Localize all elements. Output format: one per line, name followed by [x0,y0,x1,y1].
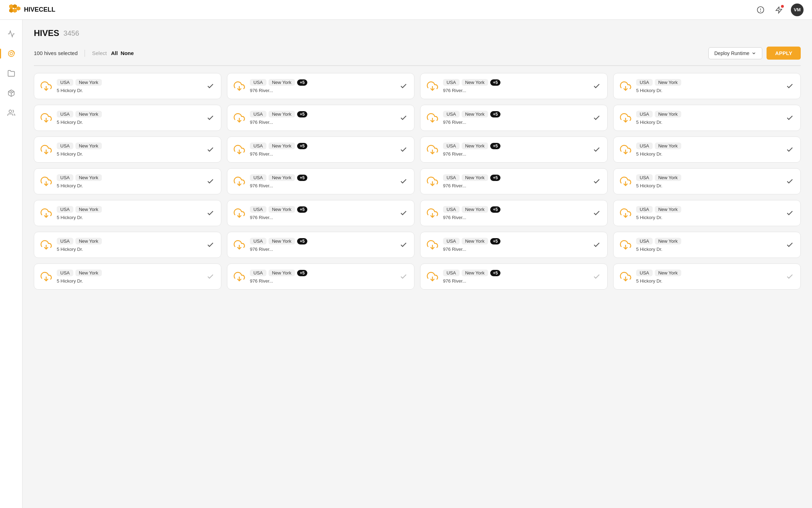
hive-card[interactable]: USANew York5 Hickory Dr. [613,73,801,99]
hive-check[interactable] [785,272,795,282]
hive-card[interactable]: USANew York5 Hickory Dr. [613,200,801,226]
hive-card-info: USANew York+5976 River... [250,79,394,93]
hive-address: 976 River... [443,151,588,157]
hive-check[interactable] [205,145,215,155]
hive-card-info: USANew York5 Hickory Dr. [636,79,781,93]
hive-check[interactable] [205,81,215,91]
hive-card[interactable]: USANew York+5976 River... [227,137,414,163]
hive-card[interactable]: USANew York5 Hickory Dr. [613,137,801,163]
country-tag: USA [636,238,653,244]
hive-card[interactable]: USANew York5 Hickory Dr. [34,105,221,131]
hive-check[interactable] [592,113,602,123]
hive-check[interactable] [785,81,795,91]
hive-card[interactable]: USANew York+5976 River... [227,200,414,226]
hive-card[interactable]: USANew York5 Hickory Dr. [613,105,801,131]
sidebar-item-files[interactable] [3,65,20,82]
country-tag: USA [443,270,460,276]
hive-card[interactable]: USANew York5 Hickory Dr. [613,168,801,194]
hive-card[interactable]: USANew York5 Hickory Dr. [613,232,801,258]
svg-point-8 [761,11,761,11]
hive-card-info: USANew York+5976 River... [250,143,394,157]
hive-card[interactable]: USANew York5 Hickory Dr. [34,264,221,290]
hive-address: 976 River... [443,247,588,252]
hive-check[interactable] [205,208,215,218]
hive-card[interactable]: USANew York+5976 River... [420,168,608,194]
hive-card[interactable]: USANew York+5976 River... [420,137,608,163]
hive-address: 976 River... [250,215,394,220]
hive-tags: USANew York [636,143,781,149]
chevron-down-icon [751,51,756,56]
sidebar-item-hives[interactable] [3,45,20,62]
cloud-download-icon [233,80,246,92]
hive-check[interactable] [592,272,602,282]
hive-card[interactable]: USANew York+5976 River... [227,264,414,290]
hive-card[interactable]: USANew York5 Hickory Dr. [34,137,221,163]
hive-check[interactable] [399,176,408,186]
cloud-download-icon [40,111,53,124]
hive-card[interactable]: USANew York+5976 River... [227,105,414,131]
hive-card[interactable]: USANew York+5976 River... [420,232,608,258]
apply-button[interactable]: APPLY [767,47,801,60]
hive-check[interactable] [592,145,602,155]
hive-check[interactable] [785,113,795,123]
svg-point-9 [10,52,12,55]
hive-address: 976 River... [250,120,394,125]
hive-check[interactable] [785,240,795,250]
country-tag: USA [250,238,266,244]
hive-check[interactable] [399,240,408,250]
hive-card-info: USANew York5 Hickory Dr. [636,143,781,157]
sidebar-item-packages[interactable] [3,85,20,102]
hive-card-info: USANew York5 Hickory Dr. [57,206,201,220]
hive-address: 976 River... [250,88,394,93]
hive-card[interactable]: USANew York+5976 River... [227,73,414,99]
hive-check[interactable] [592,176,602,186]
svg-point-10 [8,51,14,57]
hive-check[interactable] [399,145,408,155]
hive-card[interactable]: USANew York+5976 River... [420,200,608,226]
hive-card[interactable]: USANew York5 Hickory Dr. [613,264,801,290]
hive-card[interactable]: USANew York5 Hickory Dr. [34,200,221,226]
country-tag: USA [636,111,653,117]
hive-tags: USANew York [636,206,781,213]
hive-card-info: USANew York+5976 River... [443,206,588,220]
hive-card[interactable]: USANew York+5976 River... [420,264,608,290]
hive-tags: USANew York+5 [250,206,394,213]
hive-check[interactable] [785,208,795,218]
hive-check[interactable] [592,240,602,250]
hive-check[interactable] [399,113,408,123]
hive-check[interactable] [205,113,215,123]
sidebar-item-activity[interactable] [3,25,20,42]
select-all-link[interactable]: All [111,50,118,56]
select-none-link[interactable]: None [121,50,134,56]
avatar[interactable]: VM [791,4,804,16]
hive-address: 5 Hickory Dr. [636,120,781,125]
lightning-button[interactable] [773,4,785,16]
hive-check[interactable] [592,208,602,218]
hive-card[interactable]: USANew York+5976 River... [420,73,608,99]
hive-check[interactable] [399,81,408,91]
hive-card[interactable]: USANew York5 Hickory Dr. [34,73,221,99]
country-tag: USA [57,79,73,86]
hive-card[interactable]: USANew York+5976 River... [420,105,608,131]
hive-tags: USANew York [636,79,781,86]
hive-check[interactable] [785,145,795,155]
deploy-runtime-button[interactable]: Deploy Runtime [708,47,763,59]
extra-count-tag: +5 [490,175,501,181]
hive-card[interactable]: USANew York+5976 River... [227,232,414,258]
hive-card-info: USANew York+5976 River... [250,206,394,220]
extra-count-tag: +5 [490,111,501,117]
hive-check[interactable] [785,176,795,186]
hive-check[interactable] [205,240,215,250]
hive-card-info: USANew York+5976 River... [250,238,394,252]
hive-check[interactable] [399,208,408,218]
hive-check[interactable] [205,176,215,186]
sidebar-item-users[interactable] [3,104,20,121]
hive-check[interactable] [592,81,602,91]
hive-card[interactable]: USANew York+5976 River... [227,168,414,194]
hive-card[interactable]: USANew York5 Hickory Dr. [34,232,221,258]
hive-check[interactable] [399,272,408,282]
hive-card[interactable]: USANew York5 Hickory Dr. [34,168,221,194]
app-logo[interactable]: HIVECELL [8,4,55,16]
hive-check[interactable] [205,272,215,282]
alert-button[interactable] [754,4,767,16]
